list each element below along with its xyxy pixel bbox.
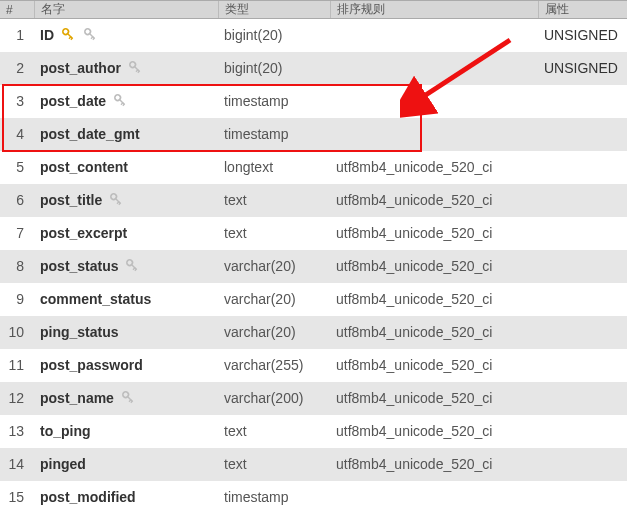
column-name[interactable]: post_author bbox=[34, 52, 218, 85]
column-name[interactable]: post_status bbox=[34, 250, 218, 283]
column-name[interactable]: comment_status bbox=[34, 283, 218, 316]
column-collation bbox=[330, 481, 538, 514]
column-type: timestamp bbox=[218, 85, 330, 118]
column-collation: utf8mb4_unicode_520_ci bbox=[330, 184, 538, 217]
column-collation: utf8mb4_unicode_520_ci bbox=[330, 316, 538, 349]
column-type: varchar(20) bbox=[218, 250, 330, 283]
column-type: varchar(20) bbox=[218, 316, 330, 349]
table-row[interactable]: 9comment_statusvarchar(20)utf8mb4_unicod… bbox=[0, 283, 627, 316]
column-name[interactable]: post_excerpt bbox=[34, 217, 218, 250]
key-icon bbox=[127, 59, 143, 78]
column-name[interactable]: post_content bbox=[34, 151, 218, 184]
table-row[interactable]: 8post_status varchar(20)utf8mb4_unicode_… bbox=[0, 250, 627, 283]
key-icon bbox=[60, 26, 76, 45]
header-type[interactable]: 类型 bbox=[218, 1, 330, 19]
column-collation: utf8mb4_unicode_520_ci bbox=[330, 151, 538, 184]
column-attribute bbox=[538, 481, 627, 514]
column-name-text: post_password bbox=[40, 357, 143, 373]
table-row[interactable]: 6post_title textutf8mb4_unicode_520_ci bbox=[0, 184, 627, 217]
row-index: 3 bbox=[0, 85, 34, 118]
column-attribute bbox=[538, 118, 627, 151]
row-index: 2 bbox=[0, 52, 34, 85]
column-attribute: UNSIGNED bbox=[538, 19, 627, 52]
column-name-text: post_author bbox=[40, 60, 121, 76]
column-type: varchar(255) bbox=[218, 349, 330, 382]
column-name-text: post_name bbox=[40, 390, 114, 406]
header-index[interactable]: # bbox=[0, 1, 34, 19]
table-row[interactable]: 11post_passwordvarchar(255)utf8mb4_unico… bbox=[0, 349, 627, 382]
column-name[interactable]: post_name bbox=[34, 382, 218, 415]
header-attribute[interactable]: 属性 bbox=[538, 1, 627, 19]
key-icon bbox=[120, 389, 136, 408]
table-row[interactable]: 15post_modifiedtimestamp bbox=[0, 481, 627, 514]
table-row[interactable]: 4post_date_gmttimestamp bbox=[0, 118, 627, 151]
row-index: 5 bbox=[0, 151, 34, 184]
column-type: text bbox=[218, 415, 330, 448]
header-collation[interactable]: 排序规则 bbox=[330, 1, 538, 19]
column-type: bigint(20) bbox=[218, 52, 330, 85]
column-collation: utf8mb4_unicode_520_ci bbox=[330, 415, 538, 448]
key-icon bbox=[124, 257, 140, 276]
row-index: 6 bbox=[0, 184, 34, 217]
column-attribute bbox=[538, 283, 627, 316]
column-name[interactable]: post_title bbox=[34, 184, 218, 217]
column-type: text bbox=[218, 448, 330, 481]
column-name-text: post_status bbox=[40, 258, 119, 274]
key-icon bbox=[82, 26, 98, 45]
column-type: text bbox=[218, 217, 330, 250]
column-collation bbox=[330, 52, 538, 85]
column-name-text: comment_status bbox=[40, 291, 151, 307]
header-name[interactable]: 名字 bbox=[34, 1, 218, 19]
table-row[interactable]: 3post_date timestamp bbox=[0, 85, 627, 118]
row-index: 10 bbox=[0, 316, 34, 349]
column-type: timestamp bbox=[218, 118, 330, 151]
column-attribute bbox=[538, 184, 627, 217]
key-icon bbox=[112, 92, 128, 111]
column-attribute bbox=[538, 85, 627, 118]
column-type: timestamp bbox=[218, 481, 330, 514]
row-index: 14 bbox=[0, 448, 34, 481]
column-name[interactable]: post_date bbox=[34, 85, 218, 118]
column-name-text: post_date bbox=[40, 93, 106, 109]
column-name[interactable]: ping_status bbox=[34, 316, 218, 349]
table-row[interactable]: 1ID bigint(20)UNSIGNED bbox=[0, 19, 627, 52]
column-attribute bbox=[538, 250, 627, 283]
table-row[interactable]: 14pingedtextutf8mb4_unicode_520_ci bbox=[0, 448, 627, 481]
column-attribute bbox=[538, 151, 627, 184]
table-row[interactable]: 10ping_statusvarchar(20)utf8mb4_unicode_… bbox=[0, 316, 627, 349]
row-index: 12 bbox=[0, 382, 34, 415]
column-collation: utf8mb4_unicode_520_ci bbox=[330, 217, 538, 250]
column-attribute bbox=[538, 382, 627, 415]
column-attribute bbox=[538, 217, 627, 250]
column-name[interactable]: to_ping bbox=[34, 415, 218, 448]
column-attribute bbox=[538, 349, 627, 382]
column-collation: utf8mb4_unicode_520_ci bbox=[330, 283, 538, 316]
row-index: 13 bbox=[0, 415, 34, 448]
column-name[interactable]: post_password bbox=[34, 349, 218, 382]
column-name[interactable]: pinged bbox=[34, 448, 218, 481]
column-type: varchar(20) bbox=[218, 283, 330, 316]
column-name-text: post_content bbox=[40, 159, 128, 175]
column-collation bbox=[330, 118, 538, 151]
column-attribute bbox=[538, 316, 627, 349]
table-header-row: # 名字 类型 排序规则 属性 bbox=[0, 1, 627, 19]
table-row[interactable]: 2post_author bigint(20)UNSIGNED bbox=[0, 52, 627, 85]
column-type: bigint(20) bbox=[218, 19, 330, 52]
column-name[interactable]: post_date_gmt bbox=[34, 118, 218, 151]
row-index: 4 bbox=[0, 118, 34, 151]
column-type: text bbox=[218, 184, 330, 217]
table-row[interactable]: 5post_contentlongtextutf8mb4_unicode_520… bbox=[0, 151, 627, 184]
column-name[interactable]: ID bbox=[34, 19, 218, 52]
columns-table: # 名字 类型 排序规则 属性 1ID bigint(20)UNSIGNED2p… bbox=[0, 0, 627, 514]
column-name[interactable]: post_modified bbox=[34, 481, 218, 514]
column-attribute: UNSIGNED bbox=[538, 52, 627, 85]
key-icon bbox=[108, 191, 124, 210]
column-name-text: post_date_gmt bbox=[40, 126, 140, 142]
table-row[interactable]: 13to_pingtextutf8mb4_unicode_520_ci bbox=[0, 415, 627, 448]
table-row[interactable]: 12post_name varchar(200)utf8mb4_unicode_… bbox=[0, 382, 627, 415]
row-index: 9 bbox=[0, 283, 34, 316]
column-collation: utf8mb4_unicode_520_ci bbox=[330, 349, 538, 382]
column-collation bbox=[330, 19, 538, 52]
table-row[interactable]: 7post_excerpttextutf8mb4_unicode_520_ci bbox=[0, 217, 627, 250]
column-name-text: ping_status bbox=[40, 324, 119, 340]
